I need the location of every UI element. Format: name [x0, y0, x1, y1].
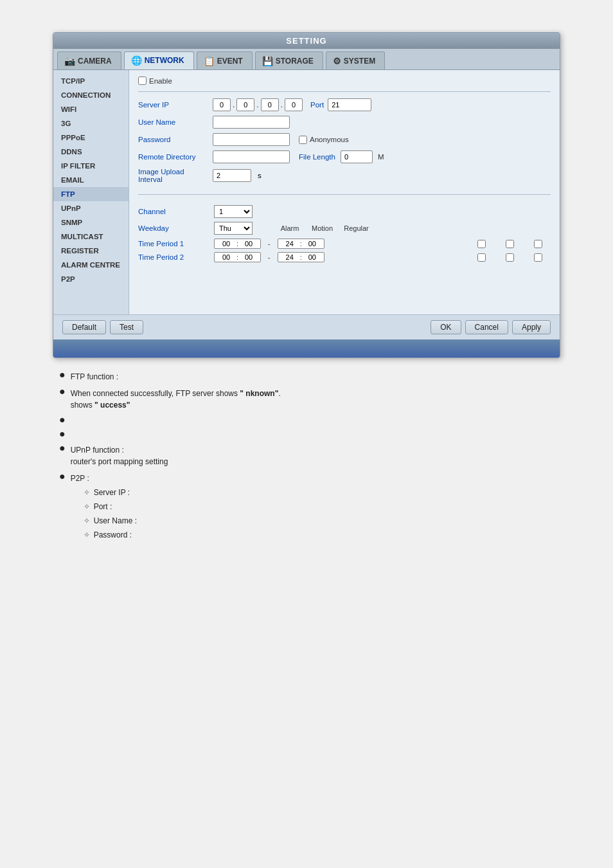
server-ip-octet4[interactable] [285, 98, 303, 111]
dialog-title-text: SETTING [286, 36, 326, 46]
tab-camera[interactable]: 📷 CAMERA [57, 51, 121, 69]
username-label: User Name [138, 118, 209, 126]
camera-icon: 📷 [64, 56, 75, 66]
tp1-motion-checkbox[interactable] [506, 240, 514, 248]
p2p-subnotes: ✧ Server IP : ✧ Port : ✧ User Name : ✧ P… [84, 487, 554, 541]
tp2-start-hour[interactable] [217, 253, 235, 261]
tp1-end-min[interactable] [303, 240, 321, 248]
sidebar-item-p2p[interactable]: P2P [53, 272, 129, 286]
anonymous-checkbox-label[interactable]: Anonymous [299, 136, 349, 144]
tp1-start-hour[interactable] [217, 240, 235, 248]
page-wrapper: SETTING 📷 CAMERA 🌐 NETWORK 📋 EVENT 💾 STO… [0, 0, 613, 561]
file-length-unit: M [378, 153, 384, 161]
network-icon: 🌐 [131, 55, 142, 66]
tab-storage[interactable]: 💾 STORAGE [255, 51, 323, 69]
image-upload-input[interactable] [213, 169, 251, 182]
sidebar-item-upnp[interactable]: UPnP [53, 201, 129, 215]
weekday-row: Weekday Thu Mon Tue Wed Fri Sat Sun Alar… [138, 222, 551, 235]
tp2-alarm-checkbox[interactable] [477, 253, 486, 262]
server-ip-row: Server IP . . . Port [138, 98, 551, 111]
anonymous-checkbox[interactable] [299, 136, 307, 144]
tp1-regular-checkbox[interactable] [534, 240, 542, 248]
enable-checkbox-label[interactable]: Enable [138, 77, 172, 85]
enable-row: Enable [138, 77, 551, 92]
channel-select[interactable]: 1 [214, 205, 253, 218]
sidebar-item-wifi[interactable]: WIFI [53, 102, 129, 116]
password-input[interactable] [213, 133, 290, 146]
server-ip-label: Server IP [138, 101, 209, 109]
p2p-subnote-1: ✧ Server IP : [84, 487, 554, 498]
remote-dir-label: Remote Directory [138, 153, 209, 161]
tp2-checkboxes [468, 253, 551, 262]
schedule-section: Channel 1 Weekday Thu Mon Tue Wed Fri [138, 201, 551, 262]
username-row: User Name [138, 116, 551, 129]
enable-checkbox[interactable] [138, 77, 147, 85]
p2p-subnote-4: ✧ Password : [84, 529, 554, 541]
cancel-button[interactable]: Cancel [465, 320, 508, 334]
time-period2-row: Time Period 2 : - : [138, 252, 551, 262]
time-period1-end-group: : [278, 239, 324, 249]
server-ip-octet2[interactable] [236, 98, 254, 111]
tab-storage-label: STORAGE [276, 57, 314, 66]
time-period1-row: Time Period 1 : - : [138, 239, 551, 249]
server-config-section: Server IP . . . Port [138, 98, 551, 195]
sidebar-item-connection[interactable]: CONNECTION [53, 88, 129, 102]
note-4: ● [59, 430, 554, 439]
note-1: ● FTP function : [59, 371, 554, 383]
note-5: ● UPnP function : router's port mapping … [59, 444, 554, 467]
username-input[interactable] [213, 116, 290, 129]
port-input[interactable] [328, 98, 371, 111]
sidebar-item-tcpip[interactable]: TCP/IP [53, 74, 129, 88]
tp2-motion-checkbox[interactable] [506, 253, 514, 262]
sidebar-item-ddns[interactable]: DDNS [53, 145, 129, 159]
remote-dir-input[interactable] [213, 150, 290, 163]
time-period2-end-group: : [278, 252, 324, 262]
tab-event[interactable]: 📋 EVENT [197, 51, 253, 69]
sidebar-item-alarmcentre[interactable]: ALARM CENTRE [53, 258, 129, 272]
time-period2-label: Time Period 2 [138, 253, 209, 261]
channel-row: Channel 1 [138, 205, 551, 218]
server-ip-octet3[interactable] [261, 98, 279, 111]
bottom-bar [53, 339, 560, 357]
sidebar-item-ipfilter[interactable]: IP FILTER [53, 159, 129, 173]
default-button[interactable]: Default [62, 320, 106, 334]
tp2-end-hour[interactable] [281, 253, 299, 261]
tab-bar: 📷 CAMERA 🌐 NETWORK 📋 EVENT 💾 STORAGE ⚙ S… [53, 49, 560, 70]
weekday-select[interactable]: Thu Mon Tue Wed Fri Sat Sun [214, 222, 253, 235]
system-icon: ⚙ [333, 56, 341, 66]
alarm-col-header: Alarm [277, 224, 303, 232]
storage-icon: 💾 [262, 56, 273, 66]
ok-button[interactable]: OK [431, 320, 461, 334]
sidebar-item-register[interactable]: REGISTER [53, 244, 129, 258]
sidebar-item-3g[interactable]: 3G [53, 116, 129, 131]
time-period1-start-group: : [214, 239, 261, 249]
server-ip-octet1[interactable] [213, 98, 231, 111]
sidebar-item-multicast[interactable]: MULTICAST [53, 230, 129, 244]
port-label: Port [310, 101, 324, 109]
motion-col-header: Motion [308, 224, 337, 232]
tab-network[interactable]: 🌐 NETWORK [124, 51, 194, 69]
note-6: ● P2P : ✧ Server IP : ✧ Port : ✧ User Na… [59, 473, 554, 543]
sidebar-item-ftp[interactable]: FTP [53, 187, 129, 201]
tp1-alarm-checkbox[interactable] [477, 240, 486, 248]
sidebar-item-email[interactable]: EMAIL [53, 173, 129, 187]
tab-system-label: SYSTEM [344, 57, 375, 66]
tab-system[interactable]: ⚙ SYSTEM [326, 51, 385, 69]
test-button[interactable]: Test [110, 320, 143, 334]
enable-label-text: Enable [149, 77, 172, 85]
content-panel: Enable Server IP . . . [129, 70, 560, 314]
tp2-end-min[interactable] [303, 253, 321, 261]
image-upload-unit: s [258, 172, 262, 179]
tp1-start-min[interactable] [240, 240, 258, 248]
sidebar-item-snmp[interactable]: SNMP [53, 215, 129, 230]
right-button-group: OK Cancel Apply [431, 320, 551, 334]
tab-network-label: NETWORK [145, 56, 184, 65]
note-3: ● [59, 416, 554, 425]
apply-button[interactable]: Apply [512, 320, 551, 334]
file-length-input[interactable] [341, 150, 373, 163]
tp2-regular-checkbox[interactable] [534, 253, 542, 262]
tp1-end-hour[interactable] [281, 240, 299, 248]
tp2-start-min[interactable] [240, 253, 258, 261]
sidebar-item-pppoe[interactable]: PPPoE [53, 131, 129, 145]
setting-dialog: SETTING 📷 CAMERA 🌐 NETWORK 📋 EVENT 💾 STO… [53, 32, 560, 358]
